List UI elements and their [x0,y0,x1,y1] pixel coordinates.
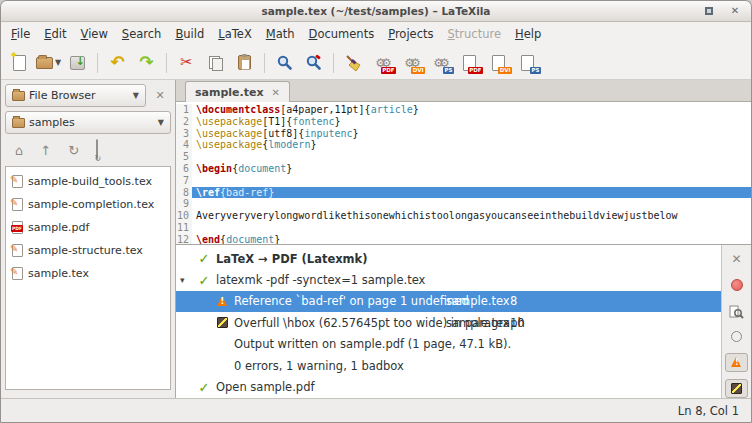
show-details-button[interactable] [725,302,748,321]
window-title: sample.tex (~/test/samples) – LaTeXila [262,5,491,17]
menu-view[interactable]: View [74,23,115,45]
tab-label: sample.tex [195,86,264,99]
file-item[interactable]: sample-build_tools.tex [6,170,170,193]
panel-selector[interactable]: File Browser ▼ [5,84,146,107]
show-warnings-button[interactable] [725,353,748,372]
line-text [192,198,751,210]
home-icon: ⌂ [15,143,23,158]
menu-latex[interactable]: LaTeX [211,23,259,45]
cut-button[interactable]: ✂ [173,49,200,76]
refresh-icon: ↻ [68,143,79,158]
build-file: sample.tex [446,294,510,308]
active-document-directory-button[interactable] [96,140,98,159]
close-icon: ✕ [731,252,741,266]
build-row[interactable]: 0 errors, 1 warning, 1 badbox [176,355,721,376]
build-row-icon: ✓ [197,380,211,395]
menu-math[interactable]: Math [259,23,302,45]
build-row[interactable]: ✓Open sample.pdf [176,376,721,397]
menu-search[interactable]: Search [115,23,169,45]
stop-execution-button[interactable] [725,276,748,295]
save-button[interactable] [64,49,91,76]
close-window-button[interactable]: ✕ [729,5,741,17]
line-number: 9 [176,198,192,210]
paste-button[interactable] [231,49,258,76]
file-item[interactable]: sample-structure.tex [6,239,170,262]
menu-build[interactable]: Build [168,23,211,45]
search-icon [276,54,293,71]
tex-file-icon [12,175,23,188]
open-document-button[interactable]: ▼ [35,49,62,76]
search-and-replace-button[interactable] [300,49,327,76]
build-message: Output written on sample.pdf (1 page, 47… [234,337,511,351]
file-item[interactable]: sample-completion.tex [6,193,170,216]
build-row[interactable]: ▾✓latexmk -pdf -synctex=1 sample.tex [176,269,721,290]
build-row[interactable]: Overfull \hbox (62.57645pt too wide) in … [176,312,721,333]
clean-build-files-button[interactable] [340,49,367,76]
new-document-button[interactable] [6,49,33,76]
title-bar: sample.tex (~/test/samples) – LaTeXila ✕ [1,1,751,22]
folder-selector[interactable]: samples ▼ [5,111,171,134]
warning-icon [216,296,229,307]
save-icon [70,56,85,70]
build-row-icon [215,317,229,328]
build-message: Reference `bad-ref' on page 1 undefined [234,294,469,308]
build-dvi-button[interactable]: ⚙⚙DVI [398,49,425,76]
view-pdf-button[interactable]: PDF [456,49,483,76]
build-row[interactable]: Reference `bad-ref' on page 1 undefineds… [176,291,721,312]
line-text: \usepackage[T1]{fontenc} [192,116,751,128]
expander-icon[interactable]: ▾ [180,275,185,285]
new-document-icon [13,55,26,71]
show-badboxes-button[interactable] [725,379,748,398]
tab-sample-tex[interactable]: sample.tex ✕ [185,81,290,102]
undo-icon: ↶ [110,54,124,71]
copy-button[interactable] [202,49,229,76]
close-tab-icon[interactable]: ✕ [272,87,280,98]
file-item[interactable]: sample.pdf [6,216,170,239]
file-item[interactable]: sample.tex [6,262,170,285]
close-side-panel-button[interactable]: ✕ [149,84,171,107]
build-message: Open sample.pdf [216,380,315,394]
app-window: sample.tex (~/test/samples) – LaTeXila ✕… [0,0,752,423]
maximize-button[interactable] [703,5,715,17]
build-line-number: 8 [510,294,517,308]
line-text [192,175,751,187]
line-text: \end{document} [192,234,751,244]
line-number: 5 [176,151,192,163]
close-build-panel-button[interactable]: ✕ [725,250,748,269]
line-number: 7 [176,175,192,187]
parent-directory-button[interactable]: ↑ [40,140,51,159]
build-pdf-button[interactable]: ⚙⚙PDF [369,49,396,76]
ps-badge: PS [530,67,541,75]
menu-help[interactable]: Help [508,23,548,45]
line-number: 3 [176,128,192,140]
tex-file-icon [12,267,23,280]
view-dvi-button[interactable]: DVI [485,49,512,76]
menu-documents[interactable]: Documents [302,23,382,45]
search-button[interactable] [271,49,298,76]
undo-button[interactable]: ↶ [104,49,131,76]
code-line: 9 [176,198,751,210]
build-output: ✓LaTeX → PDF (Latexmk)▾✓latexmk -pdf -sy… [176,245,721,398]
refresh-button[interactable]: ↻ [68,140,79,159]
view-ps-button[interactable]: PS [514,49,541,76]
menu-edit[interactable]: Edit [37,23,73,45]
build-row[interactable]: Output written on sample.pdf (1 page, 47… [176,334,721,355]
code-line: 1\documentclass[a4paper,11pt]{article} [176,104,751,116]
build-row[interactable]: ✓LaTeX → PDF (Latexmk) [176,248,721,269]
redo-button[interactable]: ↷ [133,49,160,76]
toolbar-separator [333,53,334,73]
maximize-icon [705,7,713,15]
build-ps-button[interactable]: ⚙⚙PS [427,49,454,76]
home-button[interactable]: ⌂ [15,140,23,159]
file-name: sample-build_tools.tex [28,175,152,188]
build-row-icon [215,296,229,307]
file-name: sample-structure.tex [28,244,143,257]
show-errors-button[interactable] [725,327,748,346]
menu-file[interactable]: File [4,23,37,45]
line-number: 2 [176,116,192,128]
menu-projects[interactable]: Projects [381,23,440,45]
code-editor[interactable]: 1\documentclass[a4paper,11pt]{article}2\… [176,102,751,244]
code-line: 6\begin{document} [176,163,751,175]
cursor-position: Ln 8, Col 1 [678,404,739,418]
build-row-icon: ✓ [197,273,211,288]
